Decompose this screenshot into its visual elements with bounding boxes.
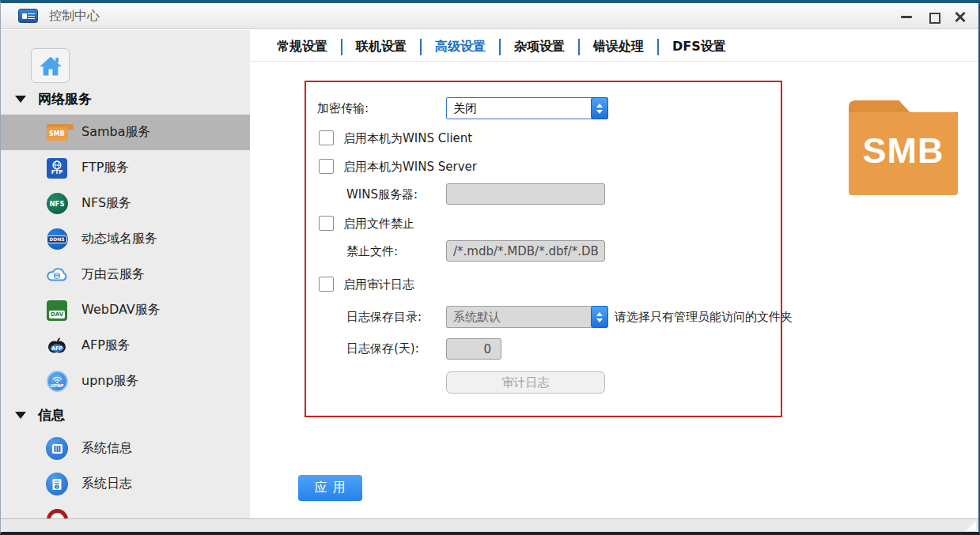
sidebar-item-label: upnp服务 <box>81 373 139 390</box>
system-info-icon <box>46 438 68 460</box>
sidebar-item-ftp[interactable]: FTP FTP服务 <box>1 150 250 186</box>
main-panel: 常规设置 联机设置 高级设置 杂项设置 错误处理 DFS设置 加密传输: 关闭 … <box>250 30 978 518</box>
home-icon <box>39 55 62 77</box>
sidebar-item-label: WebDAV服务 <box>81 302 161 318</box>
upnp-icon: UPNP <box>46 371 68 393</box>
cloud-icon <box>46 264 68 286</box>
wins-client-label: 启用本机为WINS Client <box>343 131 472 146</box>
section-collapse-icon <box>15 412 26 419</box>
sidebar-item-label: 系统日志 <box>81 476 132 492</box>
sidebar-item-label: 万由云服务 <box>81 266 145 283</box>
sidebar-section-information[interactable]: 信息 <box>1 399 250 431</box>
encryption-dropdown[interactable]: 关闭 <box>446 97 608 119</box>
wins-server-checkbox[interactable] <box>319 159 334 174</box>
sidebar-item-label: 系统信息 <box>81 440 132 457</box>
smb-service-icon: SMB <box>849 100 958 195</box>
svg-text:AFP: AFP <box>51 345 62 352</box>
sidebar-item-label: 动态域名服务 <box>81 231 157 247</box>
encryption-value: 关闭 <box>453 101 477 116</box>
audit-log-button[interactable]: 审计日志 <box>446 371 605 394</box>
encryption-label: 加密传输: <box>317 101 369 116</box>
sidebar-item-system-info[interactable]: 系统信息 <box>1 431 250 466</box>
tab-bar: 常规设置 联机设置 高级设置 杂项设置 错误处理 DFS设置 <box>250 32 978 62</box>
veto-files-label: 禁止文件: <box>346 244 398 259</box>
sidebar-item-system-log[interactable]: i 系统日志 <box>1 466 250 502</box>
ftp-icon: FTP <box>46 157 68 179</box>
bottom-status-bar <box>1 518 978 532</box>
ddns-icon: DDNS <box>46 228 68 251</box>
home-button[interactable] <box>31 48 70 83</box>
dropdown-spinner-icon[interactable] <box>591 306 608 328</box>
section-collapse-icon <box>15 96 26 103</box>
system-log-icon: i <box>46 473 68 495</box>
section-label: 网络服务 <box>38 90 92 108</box>
sidebar-item-ddns[interactable]: DDNS 动态域名服务 <box>1 221 250 257</box>
sidebar-item-label: FTP服务 <box>81 160 129 176</box>
section-label: 信息 <box>38 406 65 424</box>
audit-dir-label: 日志保存目录: <box>346 310 422 325</box>
afp-icon: AFP <box>46 335 68 357</box>
app-logo-icon <box>18 9 38 23</box>
sidebar-item-label: AFP服务 <box>81 337 131 354</box>
smb-folder-text: SMB <box>863 130 944 171</box>
audit-enable-checkbox[interactable] <box>319 277 334 292</box>
sidebar-item-label: Samba服务 <box>81 124 151 141</box>
veto-files-input[interactable] <box>446 240 605 262</box>
audit-enable-label: 启用审计日志 <box>343 277 414 292</box>
maximize-button[interactable] <box>926 9 940 24</box>
control-center-window: 控制中心 网络服务 SMB Samba服务 <box>0 0 980 535</box>
nfs-icon: NFS <box>46 193 68 215</box>
veto-enable-checkbox[interactable] <box>319 216 334 231</box>
wins-client-checkbox[interactable] <box>319 130 334 145</box>
wins-server-input[interactable] <box>446 183 605 205</box>
dropdown-spinner-icon[interactable] <box>591 97 608 119</box>
sidebar: 网络服务 SMB Samba服务 FTP FTP服务 NFS NFS服务 <box>1 30 250 518</box>
webdav-icon: DAV <box>46 300 68 322</box>
audit-days-input[interactable] <box>446 338 501 360</box>
close-button[interactable] <box>953 9 967 24</box>
audit-days-label: 日志保存(天): <box>346 341 419 356</box>
veto-enable-label: 启用文件禁止 <box>343 217 414 232</box>
sidebar-item-afp[interactable]: AFP AFP服务 <box>1 328 250 364</box>
tab-error-handling[interactable]: 错误处理 <box>580 39 657 55</box>
tab-dfs-settings[interactable]: DFS设置 <box>659 39 740 55</box>
sidebar-item-partial[interactable] <box>1 502 250 518</box>
window-title: 控制中心 <box>49 8 100 24</box>
sidebar-item-webdav[interactable]: DAV WebDAV服务 <box>1 292 250 328</box>
audit-dir-value: 系统默认 <box>453 310 501 325</box>
wins-server-field-label: WINS服务器: <box>346 187 418 202</box>
sidebar-section-network-services[interactable]: 网络服务 <box>1 83 250 115</box>
red-circle-icon <box>46 509 68 519</box>
resize-grip-icon[interactable] <box>966 521 976 531</box>
sidebar-item-samba[interactable]: SMB Samba服务 <box>1 115 250 150</box>
titlebar: 控制中心 <box>1 3 978 29</box>
sidebar-item-upnp[interactable]: UPNP upnp服务 <box>1 364 250 399</box>
sidebar-item-cloud[interactable]: 万由云服务 <box>1 257 250 292</box>
tab-general-settings[interactable]: 常规设置 <box>263 39 341 55</box>
minimize-button[interactable] <box>899 9 914 24</box>
audit-dir-hint: 请选择只有管理员能访问的文件夹 <box>615 310 793 325</box>
wins-server-label: 启用本机为WINS Server <box>343 160 477 175</box>
audit-dir-dropdown[interactable]: 系统默认 <box>446 306 608 328</box>
tab-misc-settings[interactable]: 杂项设置 <box>501 39 578 55</box>
smb-folder-icon: SMB <box>46 122 68 144</box>
apply-button[interactable]: 应 用 <box>298 475 362 501</box>
sidebar-item-nfs[interactable]: NFS NFS服务 <box>1 186 250 221</box>
sidebar-item-label: NFS服务 <box>81 195 131 212</box>
tab-online-settings[interactable]: 联机设置 <box>342 39 420 55</box>
tab-advanced-settings[interactable]: 高级设置 <box>422 39 499 55</box>
